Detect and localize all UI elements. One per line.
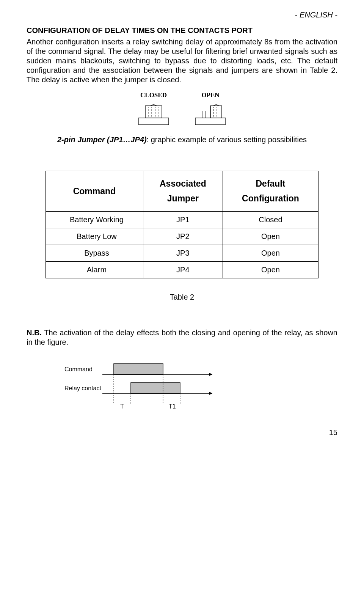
cell-config: Open bbox=[223, 245, 318, 262]
jumper-open-svg bbox=[195, 103, 226, 126]
nb-text: The activation of the delay effects both… bbox=[27, 328, 337, 346]
timing-t-label: T bbox=[120, 403, 124, 410]
cell-command: Battery Working bbox=[46, 212, 143, 228]
th-command: Command bbox=[46, 171, 143, 212]
jumper-open-diagram: OPEN bbox=[195, 91, 226, 126]
caption-rest: : graphic example of various setting pos… bbox=[147, 135, 307, 144]
cell-jumper: JP2 bbox=[143, 228, 223, 245]
timing-relay-label: Relay contact bbox=[64, 385, 101, 391]
config-table: Command Associated Jumper Default Config… bbox=[46, 171, 318, 278]
table-row: Bypass JP3 Open bbox=[46, 245, 318, 262]
open-label: OPEN bbox=[201, 91, 219, 99]
cell-command: Bypass bbox=[46, 245, 143, 262]
table-row: Battery Low JP2 Open bbox=[46, 228, 318, 245]
th-associated: Associated Jumper bbox=[143, 171, 223, 212]
section-paragraph: Another configuration inserts a relay sw… bbox=[27, 37, 337, 85]
cell-command: Battery Low bbox=[46, 228, 143, 245]
jumper-closed-diagram: CLOSED bbox=[138, 91, 169, 126]
cell-jumper: JP4 bbox=[143, 262, 223, 278]
closed-label: CLOSED bbox=[140, 91, 167, 99]
nb-paragraph: N.B. The activation of the delay effects… bbox=[27, 328, 337, 347]
timing-t1-label: T1 bbox=[169, 403, 176, 410]
jumper-diagrams: CLOSED OPEN bbox=[27, 91, 337, 126]
svg-rect-6 bbox=[195, 118, 226, 125]
cell-command: Alarm bbox=[46, 262, 143, 278]
table-row: Battery Working JP1 Closed bbox=[46, 212, 318, 228]
timing-diagram: Command Relay contact T T1 bbox=[64, 362, 337, 413]
jumper-caption: 2-pin Jumper (JP1…JP4): graphic example … bbox=[27, 135, 337, 144]
nb-bold: N.B. bbox=[27, 328, 42, 337]
table-caption: Table 2 bbox=[27, 293, 337, 302]
svg-rect-1 bbox=[145, 106, 162, 118]
cell-jumper: JP1 bbox=[143, 212, 223, 228]
table-row: Alarm JP4 Open bbox=[46, 262, 318, 278]
caption-bold: 2-pin Jumper (JP1…JP4) bbox=[57, 135, 147, 144]
timing-svg: Command Relay contact T T1 bbox=[64, 362, 228, 412]
svg-rect-0 bbox=[138, 118, 169, 125]
page-number: 15 bbox=[27, 428, 337, 437]
jumper-closed-svg bbox=[138, 103, 169, 126]
timing-command-label: Command bbox=[64, 366, 93, 372]
cell-config: Open bbox=[223, 228, 318, 245]
cell-config: Open bbox=[223, 262, 318, 278]
svg-rect-15 bbox=[131, 383, 180, 393]
cell-jumper: JP3 bbox=[143, 245, 223, 262]
svg-marker-14 bbox=[209, 373, 212, 376]
th-default: Default Configuration bbox=[223, 171, 318, 212]
svg-marker-17 bbox=[209, 392, 212, 395]
svg-rect-12 bbox=[114, 364, 163, 374]
section-title: CONFIGURATION OF DELAY TIMES ON THE CONT… bbox=[27, 26, 337, 35]
cell-config: Closed bbox=[223, 212, 318, 228]
header-language: - ENGLISH - bbox=[27, 11, 337, 19]
